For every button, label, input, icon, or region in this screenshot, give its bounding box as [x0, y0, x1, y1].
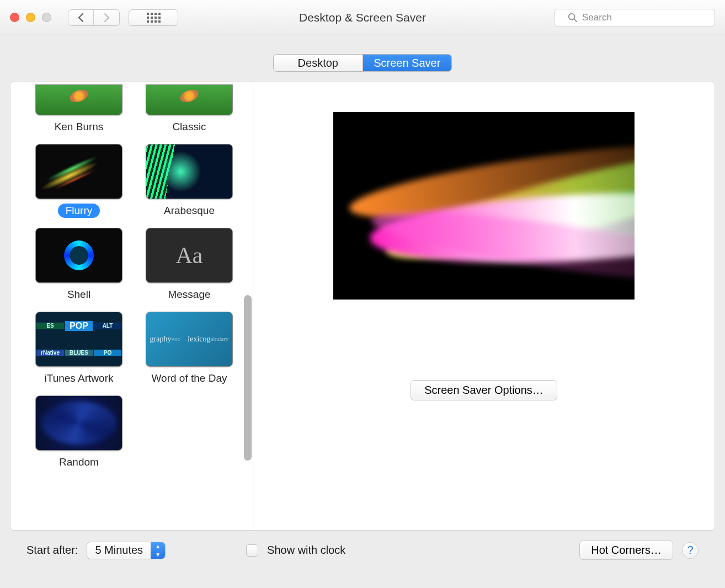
saver-label: Arabesque [156, 204, 222, 218]
saver-shell[interactable]: Shell [25, 228, 133, 302]
saver-ken-burns[interactable]: Ken Burns [25, 84, 133, 134]
saver-thumb [146, 84, 233, 115]
tab-screen-saver[interactable]: Screen Saver [363, 55, 452, 71]
saver-label: iTunes Artwork [37, 371, 121, 386]
search-placeholder: Search [582, 12, 612, 23]
grid-icon [147, 13, 161, 23]
svg-point-0 [569, 13, 575, 19]
saver-label: Flurry [58, 204, 100, 218]
search-field[interactable]: Search [554, 9, 715, 26]
saver-arabesque[interactable]: Arabesque [135, 144, 243, 218]
saver-label: Shell [60, 287, 98, 302]
window-controls [10, 13, 51, 22]
saver-thumb [35, 144, 122, 199]
screen-saver-options-button[interactable]: Screen Saver Options… [411, 380, 557, 400]
hot-corners-button[interactable]: Hot Corners… [579, 541, 673, 560]
search-icon [568, 13, 578, 23]
show-all-prefs-button[interactable] [129, 9, 178, 26]
minimize-window-button[interactable] [26, 13, 35, 22]
nav-back-forward [68, 9, 120, 26]
saver-label: Message [160, 287, 218, 302]
chevron-right-icon [103, 13, 110, 22]
saver-thumb [35, 395, 122, 451]
forward-button[interactable] [94, 10, 119, 25]
svg-line-1 [574, 19, 577, 22]
saver-flurry[interactable]: Flurry [25, 144, 133, 218]
start-after-value: 5 Minutes [87, 544, 151, 557]
saver-thumb: Aa [146, 228, 233, 283]
footer-controls: Start after: 5 Minutes ▲▼ Show with cloc… [10, 531, 715, 560]
saver-thumb [146, 144, 233, 199]
saver-label: Word of the Day [144, 371, 235, 386]
saver-label: Ken Burns [47, 120, 111, 134]
scrollbar-thumb[interactable] [244, 295, 252, 461]
help-button[interactable]: ? [682, 542, 699, 559]
start-after-select[interactable]: 5 Minutes ▲▼ [87, 542, 166, 559]
titlebar: Desktop & Screen Saver Search [0, 0, 725, 35]
chevron-left-icon [77, 13, 84, 22]
start-after-label: Start after: [26, 544, 78, 557]
help-icon: ? [687, 544, 693, 557]
saver-label: Random [51, 455, 106, 469]
saver-label: Classic [164, 120, 214, 134]
zoom-window-button[interactable] [42, 13, 51, 22]
saver-itunes-artwork[interactable]: ESPOPALTrNativeBLUESPO iTunes Artwork [25, 312, 133, 386]
window-title: Desktop & Screen Saver [299, 11, 426, 24]
back-button[interactable] [68, 10, 94, 25]
show-with-clock-label: Show with clock [267, 544, 345, 557]
saver-classic[interactable]: Classic [135, 84, 243, 134]
saver-random[interactable]: Random [25, 395, 133, 469]
screensaver-preview [333, 112, 635, 300]
show-with-clock-checkbox[interactable] [246, 544, 258, 557]
saver-thumb [35, 228, 122, 283]
saver-message[interactable]: Aa Message [135, 228, 243, 302]
screensaver-list[interactable]: Ken Burns Classic Flurry Arabesque Shell [10, 82, 253, 530]
stepper-icon: ▲▼ [151, 542, 165, 559]
saver-thumb [35, 84, 122, 115]
preview-pane: Screen Saver Options… [253, 82, 715, 530]
saver-word-of-the-day[interactable]: graphy voc lexicog abulary Word of the D… [135, 312, 243, 386]
settings-panel: Ken Burns Classic Flurry Arabesque Shell [10, 82, 715, 531]
saver-thumb: ESPOPALTrNativeBLUESPO [35, 312, 122, 367]
tab-desktop[interactable]: Desktop [274, 55, 363, 71]
close-window-button[interactable] [10, 13, 19, 22]
tab-bar: Desktop Screen Saver [273, 54, 452, 72]
saver-thumb: graphy voc lexicog abulary [146, 312, 233, 367]
